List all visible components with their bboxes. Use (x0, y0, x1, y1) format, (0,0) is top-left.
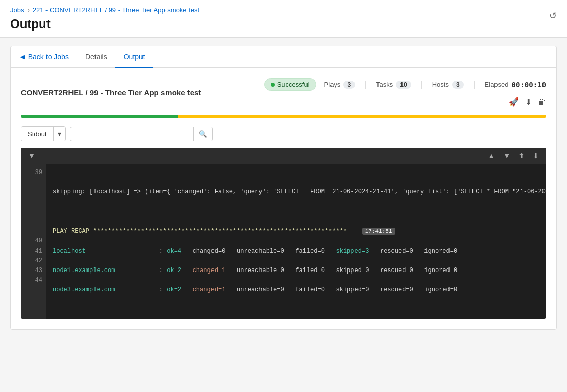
terminal-body[interactable]: 39 40 41 42 43 44 skip (21, 164, 546, 319)
line-43: node1.example.com : ok=2 changed=1 unrea… (53, 266, 540, 276)
page-title: Output (10, 17, 51, 31)
status-label: Successful (277, 81, 310, 88)
plays-label: Plays (324, 81, 341, 88)
terminal-nav-icons: ▲ ▼ ⬆ ⬇ (486, 151, 541, 161)
top-header: Jobs › 221 - CONVERT2RHEL / 99 - Three T… (0, 0, 567, 38)
ln-43: 43 (25, 266, 42, 276)
search-input[interactable] (70, 127, 193, 141)
stat-elapsed: Elapsed 00:00:10 (485, 81, 546, 89)
ln-39c (25, 187, 42, 197)
progress-green (21, 115, 178, 118)
scroll-up-icon[interactable]: ▲ (486, 151, 497, 161)
ln-44: 44 (25, 276, 42, 285)
ln-41: 41 (25, 247, 42, 256)
line-numbers: 39 40 41 42 43 44 (21, 164, 46, 319)
toolbar: Stdout ▾ 🔍 (21, 126, 546, 141)
action-icons: 🚀 ⬇ 🗑 (509, 97, 546, 107)
ln-39d (25, 198, 42, 207)
line-44: node3.example.com : ok=2 changed=1 unrea… (53, 285, 540, 295)
hosts-label: Hosts (432, 81, 449, 88)
breadcrumb-separator: › (27, 6, 29, 14)
status-badge: Successful (264, 78, 316, 91)
plays-value: 3 (343, 81, 355, 89)
search-button[interactable]: 🔍 (193, 127, 212, 141)
job-info-row: CONVERT2RHEL / 99 - Three Tier App smoke… (21, 78, 546, 107)
collapse-icon[interactable]: ▼ (26, 151, 37, 161)
ln-39b (25, 178, 42, 187)
tasks-label: Tasks (376, 81, 393, 88)
scroll-bottom-icon[interactable]: ⬇ (531, 151, 541, 161)
tab-content-output: CONVERT2RHEL / 99 - Three Tier App smoke… (11, 68, 556, 329)
ln-42: 42 (25, 256, 42, 266)
hosts-value: 3 (452, 81, 464, 89)
stat-hosts: Hosts 3 (432, 81, 464, 89)
stat-tasks: Tasks 10 (376, 81, 411, 89)
stat-divider-1 (365, 81, 366, 89)
breadcrumb-job[interactable]: 221 - CONVERT2RHEL / 99 - Three Tier App… (33, 6, 199, 14)
line-42: localhost : ok=4 changed=0 unreachable=0… (53, 247, 540, 256)
stdout-label: Stdout (21, 127, 53, 141)
job-title-block: CONVERT2RHEL / 99 - Three Tier App smoke… (21, 87, 201, 98)
terminal-toolbar: ▼ ▲ ▼ ⬆ ⬇ (21, 148, 546, 164)
progress-bar (21, 115, 546, 118)
stat-divider-2 (421, 81, 422, 89)
line-40 (53, 207, 540, 217)
tab-details[interactable]: Details (77, 46, 115, 68)
scroll-top-icon[interactable]: ⬆ (516, 151, 527, 161)
line-41: PLAY RECAP *****************************… (53, 227, 540, 236)
ln-40: 40 (25, 236, 42, 246)
tab-card: ◄ Back to Jobs Details Output CONVERT2RH… (10, 46, 557, 330)
main-content: ◄ Back to Jobs Details Output CONVERT2RH… (0, 38, 567, 338)
back-to-jobs-tab[interactable]: ◄ Back to Jobs (19, 46, 77, 68)
tab-nav: ◄ Back to Jobs Details Output (11, 46, 556, 68)
progress-orange (178, 115, 546, 118)
ln-39g (25, 227, 42, 236)
scroll-down-icon[interactable]: ▼ (501, 151, 512, 161)
status-dot (271, 83, 275, 87)
history-icon[interactable]: ↺ (549, 11, 557, 21)
stdout-chevron-icon[interactable]: ▾ (53, 127, 65, 141)
elapsed-value: 00:00:10 (512, 81, 546, 89)
stat-divider-3 (474, 81, 475, 89)
header-actions: ↺ (549, 10, 557, 21)
line-39: skipping: [localhost] => (item={ 'change… (53, 187, 540, 197)
timestamp-badge: 17:41:51 (362, 228, 395, 235)
tab-output[interactable]: Output (115, 46, 153, 68)
stdout-select[interactable]: Stdout ▾ (21, 126, 66, 141)
breadcrumb: Jobs › 221 - CONVERT2RHEL / 99 - Three T… (10, 6, 557, 14)
download-icon[interactable]: ⬇ (525, 97, 532, 107)
stats-row: Plays 3 Tasks 10 Hosts 3 (324, 81, 546, 89)
ln-39f (25, 217, 42, 227)
elapsed-label: Elapsed (485, 81, 509, 88)
stat-plays: Plays 3 (324, 81, 355, 89)
breadcrumb-jobs[interactable]: Jobs (10, 6, 24, 14)
ln-39e (25, 207, 42, 217)
terminal-lines: skipping: [localhost] => (item={ 'change… (46, 164, 546, 319)
search-input-wrap: 🔍 (70, 127, 213, 141)
output-terminal: ▼ ▲ ▼ ⬆ ⬇ 39 (21, 148, 546, 319)
job-title: CONVERT2RHEL / 99 - Three Tier App smoke… (21, 87, 201, 98)
ln-39: 39 (25, 168, 42, 178)
rocket-icon[interactable]: 🚀 (509, 97, 519, 107)
delete-icon[interactable]: 🗑 (538, 97, 546, 107)
tasks-value: 10 (396, 81, 411, 89)
